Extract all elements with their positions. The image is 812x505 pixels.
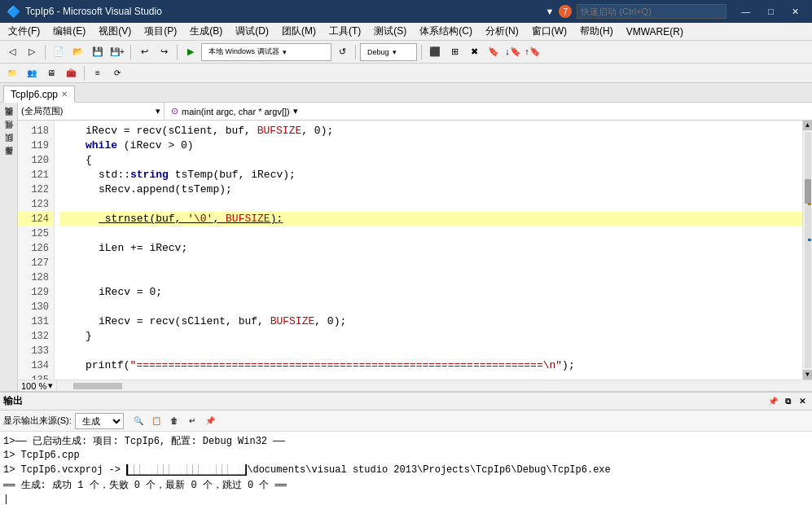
- line-num-122: 122: [18, 182, 54, 197]
- menu-file[interactable]: 文件(F): [2, 23, 46, 40]
- line-num-124: 124: [18, 212, 54, 226]
- bp-list-button[interactable]: ⊞: [446, 43, 463, 61]
- code-line-132: }: [59, 329, 802, 344]
- new-file-button[interactable]: 📄: [50, 43, 68, 61]
- source-dropdown[interactable]: 生成: [75, 413, 124, 429]
- sidebar-tab-properties[interactable]: 属性: [1, 129, 17, 142]
- solution-explorer-button[interactable]: 📁: [3, 64, 21, 82]
- scroll-track[interactable]: [805, 132, 811, 368]
- close-button[interactable]: ✕: [785, 5, 805, 19]
- menu-edit[interactable]: 编辑(E): [46, 23, 92, 40]
- code-line-125: [59, 226, 802, 241]
- toolbox-button[interactable]: 🧰: [62, 64, 80, 82]
- open-file-button[interactable]: 📂: [69, 43, 87, 61]
- save-button[interactable]: 💾: [89, 43, 107, 61]
- horizontal-thumb[interactable]: [73, 383, 122, 389]
- output-panel: 输出 📌 ⧉ ✕ 显示输出来源(S): 生成 🔍 📋 🗑 ↵ 📌 1>—— 已启: [0, 391, 812, 505]
- zoom-arrow: ▾: [48, 380, 53, 391]
- menu-vmware[interactable]: VMWARE(R): [620, 24, 690, 39]
- code-lines[interactable]: iRecv = recv(sClient, buf, BUFSIZE, 0); …: [55, 121, 802, 380]
- tab-tcpip6[interactable]: TcpIp6.cpp ✕: [3, 86, 75, 103]
- redo-button[interactable]: ↪: [155, 43, 173, 61]
- output-line-4: ══ 生成: 成功 1 个，失败 0 个，最新 0 个，跳过 0 个 ══: [3, 477, 809, 492]
- menu-project[interactable]: 项目(P): [138, 23, 183, 40]
- zoom-dropdown[interactable]: 100 % ▾: [21, 380, 53, 391]
- scope-dropdown[interactable]: (全局范围) ▾: [18, 103, 165, 120]
- team-button[interactable]: 👥: [23, 64, 41, 82]
- source-label: 显示输出来源(S):: [3, 415, 72, 427]
- vertical-scrollbar[interactable]: ▲ ▼: [802, 121, 812, 380]
- forward-button[interactable]: ▷: [23, 43, 41, 61]
- output-controls: 显示输出来源(S): 生成 🔍 📋 🗑 ↵ 📌: [0, 411, 812, 432]
- back-button[interactable]: ◁: [3, 43, 21, 61]
- line-numbers: 118 119 120 121 122 123 124 125 126 127 …: [18, 121, 55, 380]
- menu-test[interactable]: 测试(S): [367, 23, 413, 40]
- output-toolbar: 🔍 📋 🗑 ↵ 📌: [130, 413, 218, 429]
- menu-arch[interactable]: 体系结构(C): [413, 23, 479, 40]
- scroll-thumb[interactable]: [805, 179, 811, 204]
- menu-help[interactable]: 帮助(H): [573, 23, 620, 40]
- debug-target-dropdown[interactable]: 本地 Windows 调试器 ▾: [201, 43, 331, 61]
- menu-view[interactable]: 视图(V): [92, 23, 138, 40]
- output-close-button[interactable]: ✕: [796, 395, 809, 408]
- bp-new-button[interactable]: ⬛: [426, 43, 444, 61]
- title-bar: 🔷 TcpIp6 - Microsoft Visual Studio ▼ 7 —…: [0, 0, 812, 23]
- app-icon: 🔷: [7, 5, 20, 18]
- menu-window[interactable]: 窗口(W): [525, 23, 573, 40]
- code-content[interactable]: 118 119 120 121 122 123 124 125 126 127 …: [18, 121, 812, 380]
- notification-badge: ▼: [545, 7, 554, 16]
- output-line-1: 1>—— 已启动生成: 项目: TcpIp6, 配置: Debug Win32 …: [3, 433, 809, 448]
- code-line-121: std::string tsTemp(buf, iRecv);: [59, 168, 802, 182]
- extra-btn-1[interactable]: ≡: [89, 64, 107, 82]
- code-line-123: [59, 197, 802, 212]
- output-wrap-button[interactable]: ↵: [184, 413, 200, 429]
- sidebar-tab-class[interactable]: 类视图: [1, 116, 17, 129]
- menu-build[interactable]: 生成(B): [183, 23, 229, 40]
- scroll-up-button[interactable]: ▲: [803, 121, 813, 130]
- code-line-131: iRecv = recv(sClient, buf, BUFSIZE, 0);: [59, 314, 802, 329]
- zoom-control[interactable]: 100 % ▾: [18, 380, 57, 391]
- notification-count[interactable]: 7: [559, 5, 572, 18]
- config-dropdown[interactable]: Debug ▾: [360, 43, 417, 61]
- tab-close-button[interactable]: ✕: [61, 90, 68, 99]
- output-clear-button[interactable]: 🗑: [166, 413, 182, 429]
- output-float-button[interactable]: ⧉: [781, 395, 794, 408]
- extra-btn-2[interactable]: ⟳: [108, 64, 126, 82]
- server-button[interactable]: 🖥: [42, 64, 60, 82]
- horizontal-track[interactable]: [57, 380, 812, 391]
- scope-label: (全局范围): [21, 105, 63, 117]
- start-debug-button[interactable]: ▶: [182, 43, 200, 61]
- output-find-button[interactable]: 🔍: [130, 413, 147, 429]
- horizontal-scrollbar[interactable]: 100 % ▾: [18, 380, 812, 391]
- bookmark-prev[interactable]: ↑🔖: [524, 43, 542, 61]
- output-header-buttons: 📌 ⧉ ✕: [766, 395, 809, 408]
- line-num-132: 132: [18, 329, 54, 344]
- output-pin-button[interactable]: 📌: [766, 395, 779, 408]
- code-line-119: while (iRecv > 0): [59, 138, 802, 153]
- function-dropdown[interactable]: ⊙ main(int argc, char * argv[]) ▾: [165, 103, 812, 120]
- output-copy-button[interactable]: 📋: [148, 413, 165, 429]
- refresh-button[interactable]: ↺: [333, 43, 351, 61]
- bookmark-button[interactable]: 🔖: [485, 43, 503, 61]
- undo-button[interactable]: ↩: [135, 43, 153, 61]
- menu-analyze[interactable]: 分析(N): [479, 23, 525, 40]
- maximize-button[interactable]: □: [762, 5, 780, 18]
- quick-launch-input[interactable]: [577, 4, 726, 19]
- toolbar-separator-4: [355, 45, 356, 59]
- config-arrow: ▾: [393, 48, 397, 56]
- save-all-button[interactable]: 💾+: [108, 43, 126, 61]
- menu-bar: 文件(F) 编辑(E) 视图(V) 项目(P) 生成(B) 调试(D) 团队(M…: [0, 23, 812, 41]
- sidebar-tab-resource[interactable]: 资源视图: [1, 103, 17, 116]
- menu-tools[interactable]: 工具(T): [323, 23, 367, 40]
- menu-team[interactable]: 团队(M): [275, 23, 323, 40]
- sidebar-tab-team[interactable]: 团队: [1, 142, 17, 155]
- bp-clear-button[interactable]: ✖: [465, 43, 483, 61]
- output-cursor-line: |: [3, 492, 809, 505]
- output-pin2-button[interactable]: 📌: [202, 413, 218, 429]
- bookmark-next[interactable]: ↓🔖: [504, 43, 522, 61]
- sidebar-tab-server[interactable]: 服务器: [1, 155, 17, 168]
- minimize-button[interactable]: —: [735, 5, 757, 18]
- line-num-135: 135: [18, 373, 54, 380]
- scroll-down-button[interactable]: ▼: [803, 370, 813, 380]
- menu-debug[interactable]: 调试(D): [229, 23, 275, 40]
